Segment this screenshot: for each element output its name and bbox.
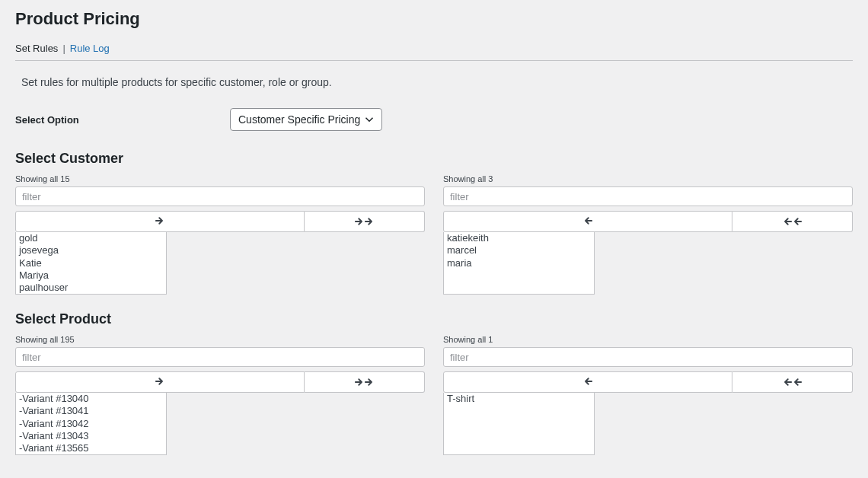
description-text: Set rules for multiple products for spec… bbox=[21, 76, 853, 88]
pricing-type-select[interactable]: Customer Specific Pricing bbox=[230, 108, 382, 131]
customer-selected-column: Showing all 3 katiekeith marcel bbox=[443, 174, 853, 295]
double-arrow-right-icon bbox=[355, 217, 374, 226]
customer-available-count: Showing all 15 bbox=[15, 174, 425, 183]
select-product-title: Select Product bbox=[15, 311, 853, 327]
double-arrow-left-icon bbox=[783, 217, 802, 226]
product-selected-column: Showing all 1 T-shirt bbox=[443, 335, 853, 455]
arrow-left-icon bbox=[583, 216, 592, 228]
select-value: Customer Specific Pricing bbox=[238, 113, 365, 126]
product-move-right-button[interactable] bbox=[15, 371, 305, 393]
customer-selected-list[interactable]: katiekeith marcel maria bbox=[443, 232, 595, 295]
list-item[interactable]: -Variant #13565 bbox=[18, 442, 164, 454]
double-arrow-right-icon bbox=[355, 378, 374, 387]
list-item[interactable]: -Variant #13042 bbox=[18, 418, 164, 430]
product-available-count: Showing all 195 bbox=[15, 335, 425, 344]
product-move-all-right-button[interactable] bbox=[305, 371, 425, 393]
customer-move-all-right-button[interactable] bbox=[305, 211, 425, 232]
customer-available-filter[interactable] bbox=[15, 186, 425, 206]
list-item[interactable]: paulhouser bbox=[18, 282, 164, 294]
tabs: Set Rules | Rule Log bbox=[15, 43, 853, 61]
product-selected-count: Showing all 1 bbox=[443, 335, 853, 344]
list-item[interactable]: maria bbox=[445, 257, 592, 269]
list-item[interactable]: josevega bbox=[18, 244, 164, 257]
list-item[interactable]: -Variant #13040 bbox=[18, 393, 164, 405]
list-item[interactable]: -Variant #13566 bbox=[18, 454, 164, 455]
product-move-left-button[interactable] bbox=[443, 371, 732, 393]
product-selected-list[interactable]: T-shirt bbox=[443, 393, 595, 455]
customer-selected-count: Showing all 3 bbox=[443, 174, 853, 183]
list-item[interactable]: T-shirt bbox=[445, 393, 592, 405]
customer-selected-filter[interactable] bbox=[443, 186, 853, 206]
customer-available-column: Showing all 15 gold josevega bbox=[15, 174, 425, 295]
chevron-down-icon bbox=[365, 115, 374, 124]
list-item[interactable]: Katie bbox=[18, 257, 164, 269]
product-available-list[interactable]: -Variant #13040 -Variant #13041 -Variant… bbox=[15, 393, 167, 455]
select-product-section: Select Product Showing all 195 bbox=[15, 311, 853, 455]
select-customer-title: Select Customer bbox=[15, 151, 853, 167]
tab-rule-log[interactable]: Rule Log bbox=[70, 43, 110, 54]
select-customer-section: Select Customer Showing all 15 bbox=[15, 151, 853, 295]
list-item[interactable]: robby bbox=[18, 294, 164, 295]
tab-set-rules[interactable]: Set Rules bbox=[15, 43, 58, 54]
arrow-left-icon bbox=[583, 377, 592, 388]
customer-available-list[interactable]: gold josevega Katie Mariya paulhouser ro… bbox=[15, 232, 167, 295]
list-item[interactable]: katiekeith bbox=[445, 232, 592, 244]
customer-move-left-button[interactable] bbox=[443, 211, 732, 232]
list-item[interactable]: -Variant #13043 bbox=[18, 430, 164, 442]
customer-move-all-left-button[interactable] bbox=[732, 211, 853, 232]
select-option-label: Select Option bbox=[15, 114, 230, 126]
list-item[interactable]: gold bbox=[18, 232, 164, 244]
page-title: Product Pricing bbox=[15, 9, 853, 29]
list-item[interactable]: -Variant #13041 bbox=[18, 405, 164, 417]
product-move-all-left-button[interactable] bbox=[732, 371, 853, 393]
tab-separator: | bbox=[62, 43, 65, 54]
product-available-column: Showing all 195 -Variant #13040 -Vari bbox=[15, 335, 425, 455]
list-item[interactable]: marcel bbox=[445, 244, 592, 257]
double-arrow-left-icon bbox=[783, 378, 802, 387]
arrow-right-icon bbox=[155, 216, 164, 228]
customer-move-right-button[interactable] bbox=[15, 211, 305, 232]
list-item[interactable]: Mariya bbox=[18, 269, 164, 282]
select-option-row: Select Option Customer Specific Pricing bbox=[15, 108, 853, 131]
product-available-filter[interactable] bbox=[15, 347, 425, 367]
arrow-right-icon bbox=[155, 377, 164, 388]
product-selected-filter[interactable] bbox=[443, 347, 853, 367]
